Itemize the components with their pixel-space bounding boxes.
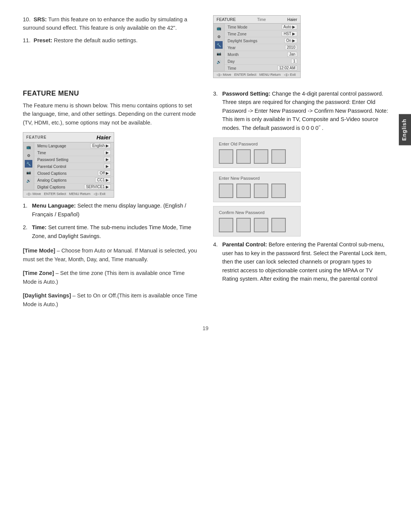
f-camera-icon: 📷 bbox=[25, 168, 32, 176]
time-value-6: 12:02 AM bbox=[277, 66, 297, 70]
time-footer-select: ENTER Select bbox=[234, 73, 256, 77]
time-menu-footer: ◁▷ Move ENTER Select MENU Return ◁▷ Exit bbox=[213, 71, 300, 78]
time-row-6: Time 12:02 AM bbox=[225, 65, 300, 71]
time-row-5: Day 1 bbox=[225, 58, 300, 65]
time-label-5: Day bbox=[228, 59, 235, 64]
time-row-4: Month Jan bbox=[225, 51, 300, 58]
time-value-5: 1 bbox=[291, 59, 297, 64]
feature-row-6: Digital Captions SERVICE1 ▶ bbox=[34, 184, 114, 190]
tv-icon: 📺 bbox=[215, 24, 223, 32]
confirm-pw-box-2 bbox=[236, 218, 251, 232]
old-pw-boxes bbox=[219, 149, 295, 164]
f-label-3: Parental Control bbox=[37, 164, 66, 169]
srs-bold: SRS: bbox=[33, 16, 47, 22]
item3-bold: Password Setting: bbox=[222, 91, 271, 97]
list-item-2: 2. Time: Set current time. The sub-menu … bbox=[23, 223, 198, 240]
f-value-0: English ▶ bbox=[90, 143, 111, 148]
feature-menu-box-header: FEATURE Haier bbox=[23, 133, 114, 142]
preset-body: Restore the default audio settings. bbox=[54, 37, 137, 43]
new-pw-label: Enter New Password bbox=[219, 176, 295, 181]
time-label-1: Time Zone bbox=[228, 32, 247, 36]
f-value-3: ▶ bbox=[104, 164, 111, 169]
english-side-tab: English bbox=[399, 114, 411, 145]
feature-box-haier: Haier bbox=[96, 134, 111, 141]
feature-menu-with-icons: 📺 ⚙ 🔧 📷 🔊 Menu Language English ▶ Time bbox=[23, 142, 114, 190]
srs-text: 10. SRS: Turn this feature on to enhance… bbox=[23, 15, 198, 32]
wrench-icon: 🔧 bbox=[215, 41, 223, 49]
list-item-1: 1. Menu Language: Select the menu displa… bbox=[23, 201, 198, 219]
page-number: 19 bbox=[23, 325, 388, 331]
item2-num: 2. bbox=[23, 223, 30, 240]
f-wrench-icon: 🔧 bbox=[25, 160, 32, 168]
new-pw-boxes bbox=[219, 184, 295, 198]
item4-num: 4. bbox=[213, 240, 220, 283]
time-label-3: Year bbox=[228, 45, 236, 50]
time-value-3: 2010 bbox=[285, 45, 297, 50]
f-speaker-icon: 🔊 bbox=[25, 177, 32, 184]
old-pw-box-2 bbox=[236, 149, 251, 164]
time-mode-para: [Time Mode] – Choose from Auto or Manual… bbox=[23, 246, 198, 264]
old-pw-box-1 bbox=[219, 149, 233, 164]
list-item-3: 3. Password Setting: Change the 4-digit … bbox=[213, 89, 388, 132]
camera-icon: 📷 bbox=[215, 50, 223, 57]
time-label-4: Month bbox=[228, 52, 239, 57]
list-item-4: 4. Parental Control: Before entering the… bbox=[213, 240, 388, 283]
confirm-pw-boxes bbox=[219, 218, 295, 232]
time-label-6: Time bbox=[228, 66, 236, 70]
feature-menu-description: The Feature menu is shown below. This me… bbox=[23, 101, 198, 127]
f-tv-icon: 📺 bbox=[25, 143, 32, 151]
feature-row-2: Password Setting ▶ bbox=[34, 156, 114, 163]
new-pw-box-3 bbox=[254, 184, 268, 198]
old-pw-box-4 bbox=[271, 149, 286, 164]
time-mode-bracket: [Time Mode] bbox=[23, 248, 55, 254]
old-pw-box-3 bbox=[254, 149, 268, 164]
f-label-0: Menu Language bbox=[37, 144, 66, 148]
f-settings-icon: ⚙ bbox=[25, 152, 32, 159]
f-footer-move: ◁▷ Move bbox=[26, 192, 41, 196]
time-value-2: On ▶ bbox=[284, 38, 297, 43]
confirm-new-password-group: Confirm New Password bbox=[213, 206, 301, 236]
f-value-6: SERVICE1 ▶ bbox=[84, 184, 111, 189]
item3-content: Password Setting: Change the 4-digit par… bbox=[222, 89, 388, 132]
srs-body: Turn this feature on to enhance the audi… bbox=[23, 16, 187, 31]
feature-row-4: Closed Captions Off ▶ bbox=[34, 170, 114, 177]
feature-menu-footer: ◁▷ Move ENTER Select MENU Return ◁▷ Exit bbox=[23, 190, 114, 197]
f-label-2: Password Setting bbox=[37, 157, 68, 162]
time-haier-label: Haier bbox=[287, 17, 297, 22]
feature-row-1: Time ▶ bbox=[34, 149, 114, 156]
old-pw-label: Enter Old Password bbox=[219, 142, 295, 146]
time-icons-col: 📺 ⚙ 🔧 📷 🔊 bbox=[213, 24, 225, 71]
item3-num: 3. bbox=[213, 89, 220, 132]
item4-content: Parental Control: Before entering the Pa… bbox=[222, 240, 388, 283]
new-pw-box-2 bbox=[236, 184, 251, 198]
f-value-2: ▶ bbox=[104, 157, 111, 162]
item2-text: Set current time. The sub-menu includes … bbox=[32, 224, 191, 239]
time-row-2: Daylight Savings On ▶ bbox=[225, 37, 300, 44]
time-value-0: Auto ▶ bbox=[282, 24, 297, 29]
item2-content: Time: Set current time. The sub-menu inc… bbox=[32, 223, 198, 240]
preset-number: 11. bbox=[23, 37, 30, 43]
time-footer-move: ◁▷ Move bbox=[217, 73, 231, 77]
enter-new-password-group: Enter New Password bbox=[213, 172, 301, 202]
time-row-0: Time Mode Auto ▶ bbox=[225, 24, 300, 30]
feature-box-label: FEATURE bbox=[26, 135, 46, 139]
item4-bold: Parental Control: bbox=[222, 241, 267, 248]
confirm-pw-label: Confirm New Password bbox=[219, 210, 295, 215]
password-section: Enter Old Password Enter New Password bbox=[213, 137, 388, 236]
item1-num: 1. bbox=[23, 201, 30, 219]
f-label-4: Closed Captions bbox=[37, 171, 67, 176]
time-menu-box: FEATURE Time Haier 📺 ⚙ 🔧 📷 🔊 bbox=[213, 15, 301, 78]
settings-icon: ⚙ bbox=[215, 33, 223, 40]
confirm-pw-box-1 bbox=[219, 218, 233, 232]
f-footer-exit: ◁▷ Exit bbox=[94, 192, 106, 196]
feature-icons-col: 📺 ⚙ 🔧 📷 🔊 bbox=[23, 142, 34, 190]
f-label-6: Digital Captions bbox=[37, 185, 65, 189]
feature-numbered-list: 1. Menu Language: Select the menu displa… bbox=[23, 201, 198, 240]
new-pw-box-4 bbox=[271, 184, 286, 198]
f-label-5: Analog Captions bbox=[37, 178, 67, 182]
time-menu-body: 📺 ⚙ 🔧 📷 🔊 Time Mode Auto ▶ bbox=[213, 24, 300, 71]
f-value-5: CC1 ▶ bbox=[95, 177, 111, 182]
confirm-pw-box-3 bbox=[254, 218, 268, 232]
preset-bold: Preset: bbox=[33, 37, 52, 43]
feature-row-0: Menu Language English ▶ bbox=[34, 142, 114, 149]
